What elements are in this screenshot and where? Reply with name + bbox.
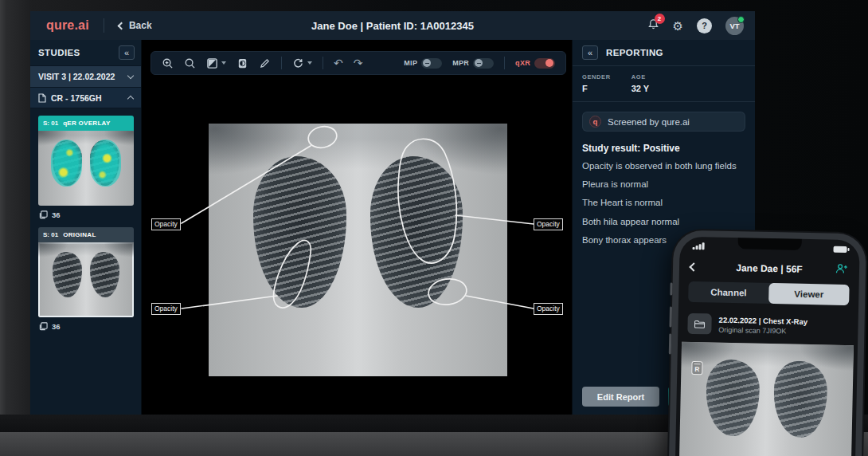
invert-tool[interactable] (237, 57, 248, 69)
divider (323, 57, 323, 69)
qxr-label: qXR (515, 59, 530, 67)
series-label: CR - 1756GH (51, 93, 123, 103)
lung-shape (370, 156, 463, 308)
back-label: Back (129, 20, 152, 31)
phone-xray-image[interactable]: R (679, 342, 854, 456)
undo-button[interactable]: ↶ (334, 57, 343, 69)
user-avatar[interactable]: VT (725, 17, 744, 35)
study-card-subtitle: Original scan 7JI9OK (718, 325, 807, 335)
desk-scene: qure.ai Back Jane Doe | Patient ID: 1A00… (0, 0, 868, 456)
phone-side-button (670, 282, 672, 295)
caret-down-icon (307, 61, 312, 65)
annotate-tool[interactable] (259, 57, 271, 69)
stack-icon (39, 210, 48, 219)
notification-badge: 2 (655, 14, 665, 24)
thumbnail-original[interactable]: S: 01 ORIGINAL (38, 227, 134, 317)
laptop-screen: qure.ai Back Jane Doe | Patient ID: 1A00… (30, 11, 755, 415)
reporting-title: REPORTING (606, 48, 663, 57)
tab-channel[interactable]: Channel (688, 281, 769, 304)
visit-row[interactable]: VISIT 3 | 22.02.2022 (30, 65, 141, 87)
screened-by-text: Screened by qure.ai (608, 117, 690, 127)
window-level-tool[interactable] (206, 57, 226, 69)
gender-value: F (582, 84, 611, 93)
study-result: Study result: Positive (582, 143, 745, 154)
qxr-toggle[interactable]: qXR (515, 58, 555, 69)
settings-button[interactable]: ⚙ (673, 20, 683, 32)
series-type: ORIGINAL (63, 231, 96, 238)
invert-icon (237, 57, 248, 69)
battery-icon (833, 246, 846, 252)
lung-shape (253, 156, 346, 308)
gender-label: GENDER (582, 73, 611, 81)
caret-down-icon (221, 61, 226, 65)
mpr-toggle[interactable]: MPR (452, 58, 494, 69)
search-tool[interactable] (184, 57, 196, 69)
mip-label: MIP (404, 59, 417, 67)
edit-report-button[interactable]: Edit Report (582, 387, 659, 407)
viewer-toolbar: ↶ ↷ MIP MPR qXR (151, 51, 566, 75)
age-label: AGE (631, 73, 649, 81)
avatar-initials: VT (729, 22, 739, 30)
chevron-down-icon (127, 72, 134, 78)
series-row[interactable]: CR - 1756GH (30, 87, 141, 108)
gear-icon: ⚙ (673, 19, 683, 33)
tab-viewer[interactable]: Viewer (768, 283, 850, 305)
opacity-annotation-label[interactable]: Opacity (534, 303, 563, 315)
question-icon: ? (702, 21, 707, 30)
finding-item: Both hila appear normal (582, 216, 745, 228)
patient-title: Jane Doe | Patient ID: 1A0012345 (311, 20, 474, 32)
age-value: 32 Y (631, 84, 649, 93)
series-number: S: 01 (43, 120, 58, 127)
rotate-tool[interactable] (292, 57, 312, 69)
opacity-annotation-label[interactable]: Opacity (151, 218, 181, 230)
redo-button[interactable]: ↷ (354, 57, 363, 69)
lung-shape (53, 252, 82, 297)
divider (573, 101, 755, 102)
phone-tab-bar: Channel Viewer (688, 281, 850, 305)
phone-back-button[interactable] (689, 262, 698, 271)
divider (504, 57, 505, 69)
finding-item: Opacity is observed in both lung fields (582, 160, 745, 172)
chevron-up-icon (127, 96, 134, 102)
qer-overlay-image (38, 131, 134, 206)
rotate-icon (292, 57, 304, 69)
phone-screen: Jane Dae | 56F Channel Viewer (675, 237, 860, 456)
opacity-annotation-label[interactable]: Opacity (534, 218, 563, 230)
collapse-studies-button[interactable]: « (119, 45, 135, 60)
finding-item: The Heart is normal (582, 197, 745, 209)
opacity-annotation-label[interactable]: Opacity (151, 303, 181, 315)
chest-xray-image[interactable] (209, 124, 507, 376)
phone-header: Jane Dae | 56F (679, 257, 859, 281)
search-icon (184, 57, 196, 69)
zoom-in-tool[interactable] (162, 57, 174, 69)
help-button[interactable]: ? (697, 18, 712, 33)
document-icon (38, 93, 46, 103)
phone-mockup: Jane Dae | 56F Channel Viewer (669, 230, 866, 456)
share-patient-button[interactable] (835, 263, 848, 277)
zoom-in-icon (162, 57, 174, 69)
studies-panel: STUDIES « VISIT 3 | 22.02.2022 CR - 1756… (30, 40, 142, 415)
finding-item: Pleura is normal (582, 179, 745, 191)
divider (104, 18, 104, 33)
back-button[interactable]: Back (119, 20, 152, 31)
undo-icon: ↶ (334, 57, 343, 69)
mip-toggle[interactable]: MIP (404, 58, 442, 69)
series-number: S: 01 (43, 231, 58, 238)
mpr-label: MPR (452, 59, 469, 67)
phone-notch (738, 238, 802, 250)
lung-shape (706, 359, 760, 436)
chevron-left-icon (117, 22, 125, 29)
original-image (38, 242, 134, 317)
qure-logo: qure.ai (46, 18, 89, 33)
stack-icon (39, 322, 48, 331)
collapse-reporting-button[interactable]: « (582, 45, 598, 60)
thumbnail-qer-overlay[interactable]: S: 01 qER OVERLAY (38, 116, 134, 206)
visit-label: VISIT 3 | 22.02.2022 (38, 72, 115, 81)
notifications-button[interactable]: 2 (647, 18, 659, 33)
lung-shape (90, 252, 119, 297)
qure-q-icon: q (589, 116, 601, 128)
series-type: qER OVERLAY (63, 120, 110, 127)
person-add-icon (835, 263, 848, 274)
phone-study-card[interactable]: 22.02.2022 | Chest X-Ray Original scan 7… (687, 313, 849, 337)
studies-title: STUDIES (38, 48, 80, 57)
